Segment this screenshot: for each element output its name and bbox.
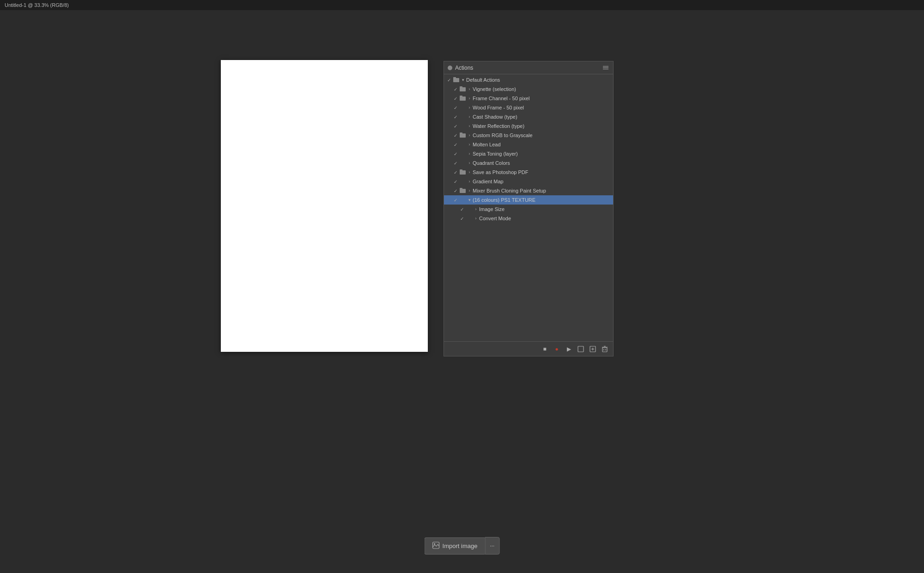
svg-rect-12: [578, 346, 584, 352]
record-button[interactable]: ●: [552, 344, 561, 354]
import-more-button[interactable]: ···: [485, 537, 499, 555]
svg-rect-4: [460, 97, 466, 101]
action-row-wood-frame[interactable]: ✓›Wood Frame - 50 pixel: [444, 103, 613, 112]
actions-panel-title: Actions: [455, 65, 473, 71]
action-label-frame-channel: Frame Channel - 50 pixel: [473, 96, 530, 101]
action-row-default-actions-folder[interactable]: ✓▾Default Actions: [444, 75, 613, 84]
action-row-save-pdf[interactable]: ✓›Save as Photoshop PDF: [444, 168, 613, 177]
svg-rect-11: [460, 188, 462, 189]
action-check-save-pdf: ✓: [452, 170, 459, 175]
action-check-custom-rgb: ✓: [452, 133, 459, 138]
action-check-quadrant-colors: ✓: [452, 161, 459, 166]
action-check-cast-shadow: ✓: [452, 115, 459, 120]
svg-rect-1: [453, 77, 456, 78]
action-check-convert-mode: ✓: [459, 216, 465, 221]
svg-rect-2: [460, 87, 466, 91]
actions-header-left: Actions: [448, 65, 473, 71]
action-row-custom-rgb[interactable]: ✓›Custom RGB to Grayscale: [444, 131, 613, 140]
delete-button[interactable]: [600, 344, 609, 354]
action-folder-save-pdf: [459, 169, 466, 175]
action-check-gradient-map: ✓: [452, 179, 459, 184]
action-folder-frame-channel: [459, 96, 466, 102]
action-arrow-image-size: ›: [473, 207, 479, 211]
action-arrow-water-reflection: ›: [466, 124, 473, 128]
action-label-wood-frame: Wood Frame - 50 pixel: [473, 105, 524, 110]
action-label-image-size: Image Size: [479, 206, 505, 212]
action-label-save-pdf: Save as Photoshop PDF: [473, 169, 528, 175]
svg-rect-3: [460, 86, 462, 88]
action-row-vignette[interactable]: ✓›Vignette (selection): [444, 84, 613, 94]
action-check-image-size: ✓: [459, 207, 465, 212]
action-label-custom-rgb: Custom RGB to Grayscale: [473, 133, 533, 138]
action-row-molten-lead[interactable]: ✓›Molten Lead: [444, 140, 613, 149]
action-arrow-convert-mode: ›: [473, 216, 479, 221]
svg-rect-16: [602, 348, 607, 352]
action-arrow-molten-lead: ›: [466, 142, 473, 147]
action-folder-mixer-brush: [459, 188, 466, 194]
document-title: Untitled-1 @ 33.3% (RGB/8): [5, 2, 69, 8]
canvas-area: Actions ✓▾Default Actions✓›Vignette (sel…: [0, 10, 924, 573]
action-check-default-actions-folder: ✓: [446, 78, 452, 83]
actions-panel-header: Actions: [444, 61, 613, 74]
action-row-sepia-toning[interactable]: ✓›Sepia Toning (layer): [444, 149, 613, 158]
svg-rect-8: [460, 170, 466, 175]
action-label-default-actions-folder: Default Actions: [466, 77, 500, 83]
actions-toolbar: ■ ● ▶: [444, 341, 613, 356]
action-row-quadrant-colors[interactable]: ✓›Quadrant Colors: [444, 158, 613, 168]
document-canvas: [221, 60, 428, 352]
action-folder-custom-rgb: [459, 133, 466, 139]
action-row-frame-channel[interactable]: ✓›Frame Channel - 50 pixel: [444, 94, 613, 103]
action-check-water-reflection: ✓: [452, 124, 459, 129]
actions-list[interactable]: ✓▾Default Actions✓›Vignette (selection)✓…: [444, 74, 613, 341]
import-more-label: ···: [490, 543, 494, 549]
action-check-wood-frame: ✓: [452, 105, 459, 110]
action-label-quadrant-colors: Quadrant Colors: [473, 160, 510, 166]
action-arrow-save-pdf: ›: [466, 170, 473, 175]
action-row-image-size[interactable]: ✓›Image Size: [444, 205, 613, 214]
action-label-water-reflection: Water Reflection (type): [473, 123, 524, 129]
actions-panel-menu-button[interactable]: [602, 64, 609, 72]
action-check-vignette: ✓: [452, 87, 459, 92]
action-arrow-cast-shadow: ›: [466, 115, 473, 119]
action-arrow-custom-rgb: ›: [466, 133, 473, 138]
svg-rect-5: [460, 96, 462, 97]
action-arrow-vignette: ›: [466, 87, 473, 91]
action-arrow-ps1-texture: ▾: [466, 198, 473, 202]
action-check-mixer-brush: ✓: [452, 188, 459, 193]
import-image-label: Import image: [443, 543, 478, 549]
new-set-button[interactable]: [576, 344, 585, 354]
action-row-gradient-map[interactable]: ✓›Gradient Map: [444, 177, 613, 186]
action-row-ps1-texture[interactable]: ✓▾(16 colours) PS1 TEXTURE: [444, 195, 613, 205]
svg-rect-6: [460, 133, 466, 138]
svg-rect-10: [460, 189, 466, 193]
import-button-container: Import image ···: [425, 537, 500, 555]
action-row-mixer-brush[interactable]: ✓›Mixer Brush Cloning Paint Setup: [444, 186, 613, 195]
action-label-cast-shadow: Cast Shadow (type): [473, 114, 517, 120]
title-bar: Untitled-1 @ 33.3% (RGB/8): [0, 0, 924, 10]
action-label-molten-lead: Molten Lead: [473, 142, 501, 147]
stop-button[interactable]: ■: [540, 344, 549, 354]
action-label-mixer-brush: Mixer Brush Cloning Paint Setup: [473, 188, 546, 193]
action-label-convert-mode: Convert Mode: [479, 216, 511, 221]
play-button[interactable]: ▶: [564, 344, 573, 354]
action-label-ps1-texture: (16 colours) PS1 TEXTURE: [473, 197, 535, 203]
action-arrow-quadrant-colors: ›: [466, 161, 473, 165]
action-row-water-reflection[interactable]: ✓›Water Reflection (type): [444, 121, 613, 131]
action-arrow-default-actions-folder: ▾: [460, 78, 466, 82]
actions-panel: Actions ✓▾Default Actions✓›Vignette (sel…: [444, 61, 614, 356]
action-check-sepia-toning: ✓: [452, 151, 459, 157]
action-folder-vignette: [459, 86, 466, 92]
action-check-frame-channel: ✓: [452, 96, 459, 101]
action-label-sepia-toning: Sepia Toning (layer): [473, 151, 518, 157]
action-check-ps1-texture: ✓: [452, 198, 459, 203]
action-folder-default-actions-folder: [452, 77, 460, 83]
svg-rect-0: [453, 78, 459, 82]
import-image-button[interactable]: Import image: [425, 537, 485, 555]
action-arrow-frame-channel: ›: [466, 96, 473, 101]
action-row-convert-mode[interactable]: ✓›Convert Mode: [444, 214, 613, 223]
new-action-button[interactable]: [588, 344, 597, 354]
action-arrow-gradient-map: ›: [466, 179, 473, 184]
action-row-cast-shadow[interactable]: ✓›Cast Shadow (type): [444, 112, 613, 121]
import-icon: [432, 542, 440, 550]
panel-close-button[interactable]: [448, 66, 452, 70]
